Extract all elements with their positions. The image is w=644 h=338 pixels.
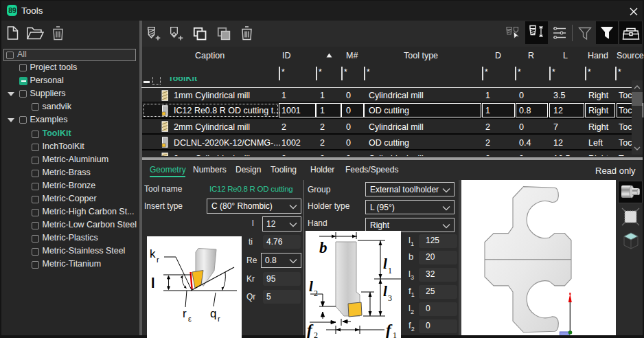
- svg-text:b: b: [319, 239, 327, 256]
- svg-text:1: 1: [393, 330, 397, 338]
- svg-text:r: r: [183, 307, 187, 320]
- svg-text:l: l: [309, 278, 313, 295]
- svg-text:2: 2: [314, 289, 318, 298]
- svg-text:89: 89: [8, 6, 16, 14]
- svg-text:q: q: [210, 307, 216, 320]
- svg-text:r: r: [218, 315, 220, 323]
- svg-text:1: 1: [388, 266, 392, 275]
- svg-text:2: 2: [314, 330, 318, 338]
- svg-text:3: 3: [388, 293, 392, 303]
- svg-text:ε: ε: [188, 315, 192, 323]
- svg-text:l: l: [383, 256, 387, 272]
- svg-text:l: l: [151, 275, 155, 291]
- svg-text:l: l: [383, 283, 387, 300]
- svg-text:k: k: [150, 247, 156, 260]
- svg-text:r: r: [157, 256, 159, 264]
